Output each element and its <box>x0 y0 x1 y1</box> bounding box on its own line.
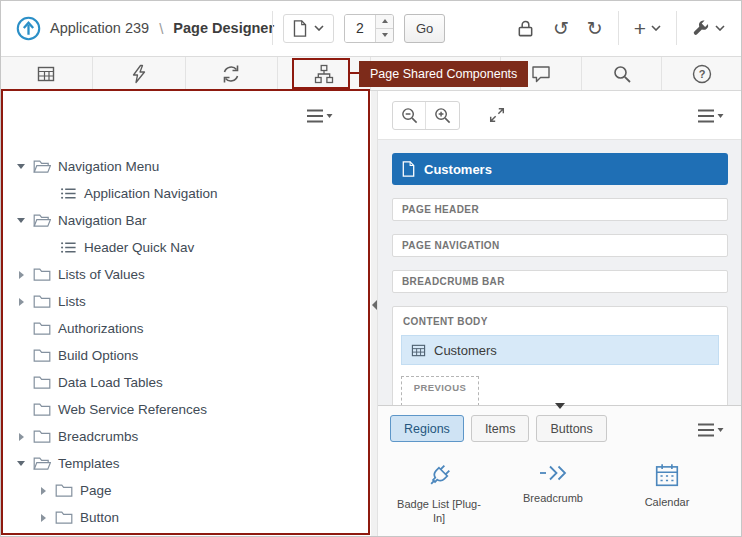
hamburger-menu-icon <box>696 107 724 125</box>
collapse-arrow-icon[interactable] <box>16 207 26 234</box>
folder-icon <box>33 348 51 363</box>
shared-components-panel: Navigation Menu Application Navigation N… <box>0 91 371 537</box>
tree-item-lists[interactable]: Lists <box>0 288 371 315</box>
panel-splitter[interactable] <box>371 91 378 537</box>
expander-spacer <box>16 342 26 369</box>
section-label: BREADCRUMB BAR <box>402 276 505 287</box>
gallery-tab-items[interactable]: Items <box>471 415 530 442</box>
zoom-out-button[interactable] <box>393 102 426 129</box>
tree-item-lists-of-values[interactable]: Lists of Values <box>0 261 371 288</box>
previous-position-slot[interactable]: PREVIOUS <box>401 376 479 405</box>
tree-item-button-templates[interactable]: Button <box>0 504 371 531</box>
expand-arrow-icon[interactable] <box>38 504 48 531</box>
page-number-spinner <box>344 14 394 43</box>
help-icon <box>692 64 712 84</box>
page-number-input[interactable] <box>345 15 375 42</box>
gallery-options-menu-button[interactable] <box>696 421 724 439</box>
gallery-item-breadcrumb[interactable]: Breadcrumb <box>496 462 610 526</box>
folder-icon <box>33 294 51 309</box>
gallery-tab-buttons[interactable]: Buttons <box>536 415 606 442</box>
gallery-item-list: Badge List [Plug-In] Breadcrumb Calendar <box>382 462 724 526</box>
grid-icon <box>36 64 56 84</box>
tree-item-header-quick-nav[interactable]: Header Quick Nav <box>0 234 371 261</box>
region-customers[interactable]: Customers <box>401 335 719 365</box>
tree-item-breadcrumbs[interactable]: Breadcrumbs <box>0 423 371 450</box>
lock-icon <box>516 19 535 38</box>
page-select-button[interactable] <box>283 14 334 43</box>
tree-item-label: Navigation Bar <box>58 213 147 228</box>
document-icon <box>293 20 307 37</box>
create-menu-button[interactable]: + <box>631 15 664 42</box>
gallery-item-badge-list[interactable]: Badge List [Plug-In] <box>382 462 496 526</box>
tree-item-data-load-tables[interactable]: Data Load Tables <box>0 369 371 396</box>
expand-arrow-icon[interactable] <box>16 423 26 450</box>
gallery-tabs: Regions Items Buttons <box>390 415 607 442</box>
tree-item-label: Button <box>80 510 119 525</box>
folder-icon <box>33 402 51 417</box>
tab-search[interactable] <box>581 57 662 90</box>
gallery-tab-regions[interactable]: Regions <box>390 415 464 442</box>
section-page-navigation[interactable]: PAGE NAVIGATION <box>392 234 728 257</box>
utilities-menu-button[interactable] <box>689 16 728 40</box>
tree-item-label: Application Navigation <box>84 186 218 201</box>
gallery-item-calendar[interactable]: Calendar <box>610 462 724 526</box>
page-block-title: Customers <box>424 162 492 177</box>
spinner-buttons <box>375 15 393 42</box>
tree-item-web-service-references[interactable]: Web Service References <box>0 396 371 423</box>
expand-all-button[interactable] <box>480 101 513 128</box>
collapse-arrow-icon[interactable] <box>16 153 26 180</box>
wrench-icon <box>692 19 710 37</box>
go-button[interactable]: Go <box>404 14 445 43</box>
collapse-arrow-icon[interactable] <box>16 450 26 477</box>
expand-arrow-icon[interactable] <box>16 261 26 288</box>
collapse-left-arrow-icon[interactable] <box>372 300 377 310</box>
page-block[interactable]: Customers <box>392 153 728 185</box>
section-label: PAGE NAVIGATION <box>402 240 500 251</box>
annotation-connector-line <box>350 72 359 74</box>
layout-options-menu-button[interactable] <box>696 107 724 125</box>
down-arrow-icon <box>382 33 388 37</box>
tree-item-templates[interactable]: Templates <box>0 450 371 477</box>
lightning-icon <box>129 64 149 84</box>
zoom-in-icon <box>433 106 452 125</box>
apex-logo-icon <box>16 16 41 41</box>
spinner-down-button[interactable] <box>376 29 393 42</box>
content-body-label: CONTENT BODY <box>401 314 719 335</box>
tab-rendering[interactable] <box>0 57 93 90</box>
header-toolbar: ↺ ↻ + <box>513 0 728 56</box>
tab-dynamic-actions[interactable] <box>93 57 186 90</box>
folder-icon <box>33 321 51 336</box>
tree-options-menu-button[interactable] <box>305 107 333 125</box>
section-page-header[interactable]: PAGE HEADER <box>392 198 728 221</box>
redo-button[interactable]: ↻ <box>584 16 606 41</box>
zoom-in-button[interactable] <box>426 102 459 129</box>
section-content-body[interactable]: CONTENT BODY Customers PREVIOUS <box>392 306 728 405</box>
up-arrow-icon <box>382 19 388 23</box>
separator <box>272 11 273 45</box>
app-header: Application 239 \ Page Designer Go ↺ ↻ <box>0 0 742 57</box>
tree-item-label: Navigation Menu <box>58 159 159 174</box>
document-icon <box>402 161 415 177</box>
tree-item-build-options[interactable]: Build Options <box>0 342 371 369</box>
section-breadcrumb-bar[interactable]: BREADCRUMB BAR <box>392 270 728 293</box>
expand-arrow-icon[interactable] <box>16 288 26 315</box>
tree-item-application-navigation[interactable]: Application Navigation <box>0 180 371 207</box>
spinner-up-button[interactable] <box>376 15 393 29</box>
hamburger-menu-icon <box>305 107 333 125</box>
tree-item-navigation-bar[interactable]: Navigation Bar <box>0 207 371 234</box>
page-lock-button[interactable] <box>513 16 538 41</box>
tab-processing[interactable] <box>186 57 279 90</box>
page-selector-group: Go <box>272 0 445 56</box>
tree-item-label: Authorizations <box>58 321 144 336</box>
tree-item-page-templates[interactable]: Page <box>0 477 371 504</box>
gallery-collapse-handle[interactable] <box>555 403 565 409</box>
gallery-item-label: Badge List [Plug-In] <box>393 497 485 526</box>
folder-icon <box>55 483 73 498</box>
zoom-out-icon <box>400 106 419 125</box>
expand-arrow-icon[interactable] <box>38 477 48 504</box>
tree-item-navigation-menu[interactable]: Navigation Menu <box>0 153 371 180</box>
undo-button[interactable]: ↺ <box>550 16 572 41</box>
folder-icon <box>33 267 51 282</box>
tab-help[interactable] <box>661 57 742 90</box>
tree-item-authorizations[interactable]: Authorizations <box>0 315 371 342</box>
